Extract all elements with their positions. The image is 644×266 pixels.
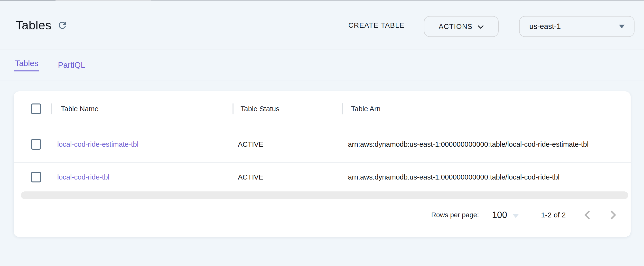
- select-all-checkbox[interactable]: [31, 104, 41, 114]
- refresh-icon: [57, 20, 69, 31]
- chevron-right-icon: [608, 210, 620, 220]
- create-table-button[interactable]: CREATE TABLE: [341, 15, 412, 36]
- table-header-row: Table Name Table Status Table Arn: [14, 91, 630, 126]
- column-header-table-arn: Table Arn: [351, 105, 380, 113]
- refresh-button[interactable]: [57, 19, 69, 31]
- table-row: local-cod-ride-estimate-tbl ACTIVE arn:a…: [14, 126, 630, 162]
- row-checkbox[interactable]: [31, 172, 41, 182]
- pagination-bar: Rows per page: 100 1-2 of 2: [14, 201, 630, 229]
- region-select[interactable]: us-east-1: [519, 16, 634, 37]
- rows-per-page-select[interactable]: 100: [492, 210, 519, 220]
- column-header-table-status: Table Status: [240, 105, 280, 113]
- table-row: local-cod-ride-tbl ACTIVE arn:aws:dynamo…: [14, 163, 630, 191]
- tables-card: Table Name Table Status Table Arn local-…: [14, 91, 630, 237]
- table-arn-cell: arn:aws:dynamodb:us-east-1:000000000000:…: [348, 140, 588, 148]
- table-name-link[interactable]: local-cod-ride-estimate-tbl: [57, 140, 138, 148]
- page-title: Tables: [16, 18, 52, 32]
- horizontal-scrollbar-thumb[interactable]: [21, 191, 628, 199]
- actions-button-label: ACTIONS: [439, 23, 472, 31]
- rows-per-page-label: Rows per page:: [431, 211, 479, 219]
- triangle-down-icon: [512, 210, 519, 220]
- tab-tables[interactable]: Tables: [14, 59, 39, 71]
- rows-per-page-value: 100: [492, 210, 507, 220]
- column-header-table-name: Table Name: [61, 105, 98, 113]
- previous-page-button[interactable]: [582, 209, 594, 221]
- region-select-value: us-east-1: [529, 22, 561, 31]
- column-divider: [342, 103, 343, 115]
- chevron-left-icon: [582, 210, 594, 220]
- next-page-button[interactable]: [608, 209, 620, 221]
- table-name-link[interactable]: local-cod-ride-tbl: [57, 173, 109, 181]
- chevron-down-icon: [478, 23, 484, 31]
- column-divider: [232, 103, 234, 115]
- table-status-cell: ACTIVE: [238, 173, 264, 181]
- table-status-cell: ACTIVE: [238, 140, 264, 148]
- actions-dropdown-button[interactable]: ACTIONS: [424, 16, 499, 37]
- column-divider: [51, 103, 52, 115]
- header-divider: [509, 17, 509, 36]
- app-header: Tables CREATE TABLE ACTIONS us-east-1: [0, 1, 644, 50]
- tab-partiql[interactable]: PartiQL: [58, 60, 85, 70]
- tabs-bar: Tables PartiQL: [0, 50, 644, 80]
- table-arn-cell: arn:aws:dynamodb:us-east-1:000000000000:…: [348, 173, 560, 181]
- row-checkbox[interactable]: [31, 139, 41, 150]
- pagination-range-label: 1-2 of 2: [541, 211, 566, 219]
